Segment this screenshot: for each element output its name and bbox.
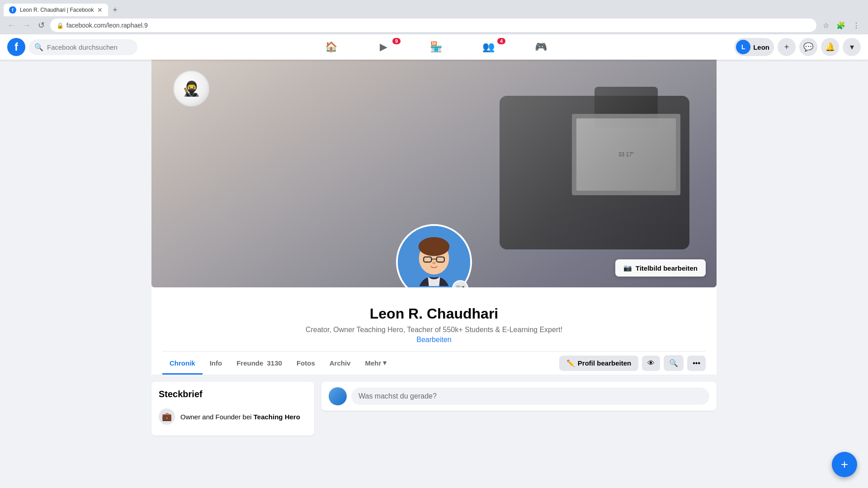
profile-name: Leon R. Chaudhari — [151, 305, 717, 322]
tab-fotos[interactable]: Fotos — [289, 352, 322, 375]
search-icon: 🔍 — [34, 43, 43, 52]
video-badge: 9 — [392, 38, 401, 44]
tab-archiv[interactable]: Archiv — [322, 352, 358, 375]
edit-profile-label: Profil bearbeiten — [578, 359, 631, 367]
nav-video-button[interactable]: ▶ 9 — [358, 36, 409, 58]
menu-down-icon: ▾ — [850, 42, 854, 52]
work-icon: 💼 — [159, 408, 175, 425]
left-column: Steckbrief 💼 Owner and Founder bei Teach… — [151, 382, 314, 443]
post-input[interactable]: Was machst du gerade? — [351, 388, 709, 405]
work-text: Owner and Founder bei Teaching Hero — [180, 413, 300, 421]
tab-bar: f Leon R. Chaudhari | Facebook ✕ + — [0, 0, 868, 16]
menu-button[interactable]: ▾ — [843, 38, 861, 56]
nav-home-button[interactable]: 🏠 — [306, 36, 356, 58]
search-profile-icon: 🔍 — [669, 359, 678, 367]
profile-actions: ✏️ Profil bearbeiten 👁 🔍 ••• — [559, 355, 706, 371]
cover-logo-area: 🥷 — [173, 70, 209, 107]
profile-more-button[interactable]: ••• — [687, 356, 706, 371]
svg-point-6 — [432, 262, 436, 264]
tab-title: Leon R. Chaudhari | Facebook — [20, 7, 94, 13]
search-input[interactable] — [47, 43, 128, 51]
profile-bio: Creator, Owner Teaching Hero, Teacher of… — [151, 326, 717, 334]
tab-freunde-label: Freunde — [236, 359, 263, 367]
star-icon[interactable]: ☆ — [820, 19, 832, 32]
user-profile-button[interactable]: L Leon — [734, 38, 774, 56]
profile-picture-inner — [398, 226, 470, 287]
camera-screen-inner: 33 17" — [576, 118, 676, 191]
profile-info-section: Leon R. Chaudhari Creator, Owner Teachin… — [151, 287, 717, 375]
profile-search-button[interactable]: 🔍 — [664, 355, 684, 371]
nav-groups-button[interactable]: 👥 4 — [463, 36, 514, 58]
browser-menu-icon[interactable]: ⋮ — [850, 19, 863, 32]
profile-pic-wrapper: 📷 — [396, 224, 472, 287]
profile-picture — [396, 224, 472, 287]
fb-nav-right: L Leon + 💬 🔔 ▾ — [734, 38, 861, 56]
tab-close-button[interactable]: ✕ — [97, 6, 103, 14]
browser-chrome: f Leon R. Chaudhari | Facebook ✕ + ← → ↺… — [0, 0, 868, 34]
post-placeholder: Was machst du gerade? — [359, 392, 437, 400]
right-column: Was machst du gerade? — [321, 382, 717, 443]
nav-gaming-button[interactable]: 🎮 — [515, 36, 566, 58]
camera-icon: 📷 — [623, 264, 632, 272]
tab-info[interactable]: Info — [203, 352, 230, 375]
profile-tabs: Chronik Info Freunde 3130 Fotos Archiv M… — [151, 352, 717, 375]
user-name: Leon — [753, 43, 769, 51]
active-tab[interactable]: f Leon R. Chaudhari | Facebook ✕ — [4, 4, 108, 16]
address-bar: ← → ↺ 🔒 facebook.com/leon.raphael.9 ☆ 🧩 … — [0, 16, 868, 34]
company-name: Teaching Hero — [254, 413, 300, 421]
fb-search-bar[interactable]: 🔍 — [29, 39, 137, 55]
profile-container: 33 17" 🥷 📷 Titelbild bearbeiten — [151, 60, 717, 450]
post-avatar — [329, 387, 347, 405]
avatar-svg — [398, 224, 470, 287]
home-icon: 🏠 — [325, 41, 337, 53]
messenger-button[interactable]: 💬 — [799, 38, 817, 56]
lock-icon: 🔒 — [57, 22, 64, 29]
groups-icon: 👥 — [482, 41, 495, 53]
eye-icon: 👁 — [647, 359, 655, 367]
view-as-button[interactable]: 👁 — [642, 356, 660, 371]
post-box: Was machst du gerade? — [321, 382, 717, 411]
url-text: facebook.com/leon.raphael.9 — [66, 22, 810, 29]
groups-badge: 4 — [497, 38, 505, 44]
profile-content: Steckbrief 💼 Owner and Founder bei Teach… — [151, 375, 717, 450]
video-icon: ▶ — [380, 41, 387, 53]
edit-profile-button[interactable]: ✏️ Profil bearbeiten — [559, 356, 638, 371]
fb-nav-center: 🏠 ▶ 9 🏪 👥 4 🎮 — [137, 36, 734, 58]
refresh-button[interactable]: ↺ — [36, 19, 47, 32]
steckbrief-card: Steckbrief 💼 Owner and Founder bei Teach… — [151, 382, 314, 436]
forward-button[interactable]: → — [21, 19, 33, 32]
edit-bio-link[interactable]: Bearbeiten — [151, 336, 717, 344]
tab-chronik[interactable]: Chronik — [162, 352, 203, 375]
tab-mehr-label: Mehr — [365, 359, 381, 367]
camera-stats: 33 17" — [618, 151, 634, 158]
profile-name-area: Leon R. Chaudhari Creator, Owner Teachin… — [151, 305, 717, 351]
user-avatar: L — [736, 40, 750, 54]
messenger-icon: 💬 — [803, 42, 813, 52]
cover-photo-area: 33 17" 🥷 📷 Titelbild bearbeiten — [151, 60, 717, 287]
more-icon: ••• — [693, 359, 700, 367]
tab-freunde[interactable]: Freunde 3130 — [229, 352, 289, 375]
create-button[interactable]: + — [778, 38, 796, 56]
notifications-icon: 🔔 — [825, 42, 835, 52]
browser-actions: ☆ 🧩 ⋮ — [820, 19, 863, 32]
tab-freunde-count: 3130 — [267, 359, 282, 367]
steckbrief-title: Steckbrief — [159, 389, 307, 399]
gaming-icon: 🎮 — [535, 41, 547, 53]
svg-point-2 — [419, 237, 450, 256]
url-bar[interactable]: 🔒 facebook.com/leon.raphael.9 — [50, 19, 816, 32]
tab-favicon: f — [9, 6, 16, 14]
back-button[interactable]: ← — [5, 19, 17, 32]
chevron-down-icon: ▾ — [383, 359, 387, 367]
fab-button[interactable]: + — [832, 452, 857, 477]
work-item: 💼 Owner and Founder bei Teaching Hero — [159, 405, 307, 428]
fb-navbar: f 🔍 🏠 ▶ 9 🏪 👥 4 🎮 L Leon + 💬 — [0, 34, 868, 60]
nav-shop-button[interactable]: 🏪 — [410, 36, 461, 58]
cover-logo-image: 🥷 — [173, 70, 209, 107]
shop-icon: 🏪 — [430, 41, 442, 53]
tab-mehr[interactable]: Mehr ▾ — [358, 352, 394, 375]
fb-logo[interactable]: f — [7, 38, 25, 56]
extension-icon[interactable]: 🧩 — [834, 19, 848, 32]
notifications-button[interactable]: 🔔 — [821, 38, 839, 56]
edit-cover-button[interactable]: 📷 Titelbild bearbeiten — [615, 259, 706, 277]
new-tab-button[interactable]: + — [110, 5, 120, 15]
